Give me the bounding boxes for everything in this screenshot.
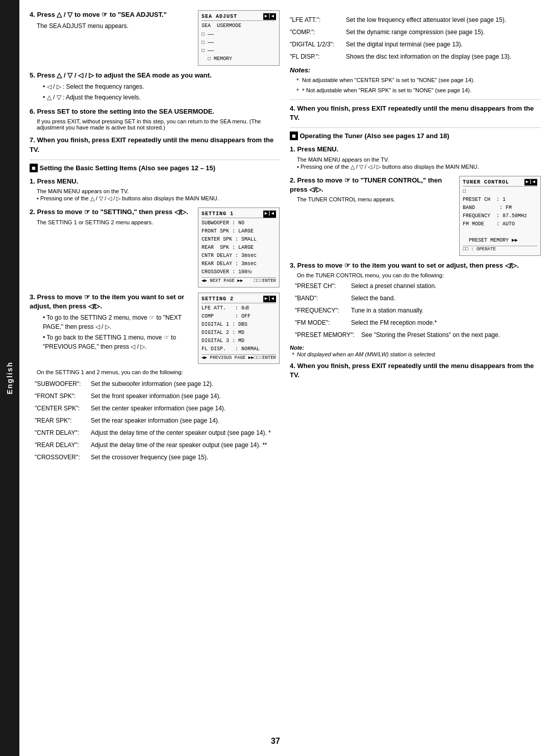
right-column: "LFE ATT.": Set the low frequency effect…: [290, 10, 541, 465]
step4-body: The SEA ADJUST menu appears.: [37, 21, 192, 31]
tuner-item-1: "BAND": Select the band.: [295, 294, 541, 303]
tuner-step1-bullet: Pressing one of the △ / ▽ / ◁ / ▷ button…: [297, 163, 541, 171]
step5-block: 5. Press △ / ▽ / ◁ / ▷ to adjust the SEA…: [30, 71, 280, 102]
setting2-title: SETTING 2: [202, 295, 234, 303]
setting2-content: LFE ATT. : 0㏈ COMP : OFF DIGITAL 1 : DBS…: [202, 304, 276, 353]
tuner-title: Operating the Tuner: [299, 132, 364, 140]
tuner-step2-heading: 2. Press to move ☞ to "TUNER CONTROL," t…: [290, 176, 452, 194]
setting1-footer: ◀▶ NEXT PAGE ▶▶ □□:ENTER: [202, 277, 276, 285]
tuner-val-1: Select the band.: [351, 294, 541, 303]
setting1-logo: ▶|◀: [263, 211, 276, 218]
tuner-screen-logo: ▶|◀: [524, 179, 537, 186]
note-single-label: Note:: [290, 345, 304, 351]
lfe-val-1: Set the dynamic range compression (see p…: [346, 28, 541, 37]
setting-item-2: "CENTER SPK": Set the center speaker inf…: [35, 404, 280, 413]
setting-val-2: Set the center speaker information (see …: [91, 404, 280, 413]
basic-step3-text: 3. Press to move ☞ to the item you want …: [30, 293, 191, 353]
tuner-header: ■ Operating the Tuner (Also see pages 17…: [290, 132, 541, 140]
setting-item-5: "REAR DELAY": Adjust the delay time of t…: [35, 440, 280, 450]
basic-step3-b1: To go to the SETTING 2 menu, move ☞ to "…: [43, 313, 191, 331]
basic-step1-body: The MAIN MENU appears on the TV.: [37, 188, 280, 194]
tuner-screen-footer: □□ : OPERATE: [463, 246, 537, 253]
tuner-key-3: "FM MODE":: [295, 318, 351, 327]
tuner-key-4: "PRESET MEMORY":: [295, 330, 361, 340]
lfe-item-2: "DIGITAL 1/2/3": Set the digital input t…: [290, 40, 541, 49]
basic-step2-rest: ☞ to "SETTING," then press ◁/▷.: [84, 208, 188, 216]
step7-heading: 7. When you finish, press EXIT repeatedl…: [30, 136, 280, 154]
tuner-val-2: Tune in a station manually.: [351, 306, 541, 315]
step6-body: If you press EXIT, without pressing SET …: [37, 118, 280, 131]
step6-heading: 6. Press SET to store the setting into t…: [30, 107, 280, 116]
sea-screen-title: SEA ADJUST: [202, 13, 237, 20]
tuner-step4-heading: 4. When you finish, press EXIT repeatedl…: [290, 361, 541, 380]
note-0: ＊ Not adjustable when "CENTER SPK" is se…: [295, 76, 541, 85]
setting-item-0: "SUBWOOFER": Set the subwoofer informati…: [35, 379, 280, 388]
setting-key-5: "REAR DELAY":: [35, 440, 91, 450]
setting-item-1: "FRONT SPK": Set the front speaker infor…: [35, 392, 280, 401]
tuner-step3-rest: ☞ to the item you want to set or adjust,…: [344, 262, 519, 269]
sidebar: English: [0, 0, 19, 756]
setting1-footer-right: □□:ENTER: [254, 278, 276, 285]
setting-val-1: Set the front speaker information (see p…: [91, 392, 280, 401]
tuner-step2-text: 2. Press to move ☞ to "TUNER CONTROL," t…: [290, 176, 452, 202]
left-column: 4. Press △ / ▽ to move ☞ to "SEA ADJUST.…: [30, 10, 280, 465]
tuner-key-1: "BAND":: [295, 294, 351, 303]
lfe-val-3: Shows the disc text information on the d…: [346, 52, 541, 61]
setting2-screen: SETTING 2 ▶|◀ LFE ATT. : 0㏈ COMP : OFF D…: [198, 293, 280, 364]
tuner-item-4: "PRESET MEMORY": See "Storing the Preset…: [295, 330, 541, 340]
press-to-move-2: Press to move: [297, 176, 342, 184]
step4-text: 4. Press △ / ▽ to move ☞ to "SEA ADJUST.…: [30, 10, 192, 35]
on-setting-text: On the SETTING 1 and 2 menus, you can do…: [37, 369, 280, 375]
setting2-footer: ◀▶ PREVIOUS PAGE ▶▶ □□:ENTER: [202, 354, 276, 362]
sea-screen-content: □ —— □ —— □ —— □ MEMORY: [202, 31, 276, 63]
basic-step1-heading: 1. Press MENU.: [30, 177, 280, 186]
setting2-footer-right: □□:ENTER: [254, 355, 276, 362]
lfe-items-table: "LFE ATT.": Set the low frequency effect…: [290, 15, 541, 61]
tuner-step3-heading: 3. Press to move ☞ to the item you want …: [290, 261, 541, 270]
press-to-move-1: Press to move: [37, 208, 82, 216]
tuner-screen-content: □ PRESET CH : 1 BAND : FM FREQUENCY : 87…: [463, 188, 537, 245]
setting-val-3: Set the rear speaker information (see pa…: [91, 416, 280, 425]
sea-screen-subtitle: SEA USERMODE: [202, 22, 276, 30]
tuner-item-0: "PRESET CH": Select a preset channel sta…: [295, 281, 541, 291]
basic-step2-heading: 2. Press to move ☞ to "SETTING," then pr…: [30, 207, 191, 217]
step5-bullets: ◁ / ▷ : Select the frequency ranges. △ /…: [37, 82, 280, 102]
tuner-section-header: ■ Operating the Tuner (Also see pages 17…: [290, 132, 541, 140]
setting-key-2: "CENTER SPK":: [35, 404, 91, 413]
tuner-bar: ■: [290, 132, 298, 140]
tuner-subtitle: (Also see pages 17 and 18): [364, 132, 449, 140]
setting2-footer-left: ◀▶ PREVIOUS PAGE ▶▶: [202, 355, 254, 362]
step5-bullet-1: ◁ / ▷ : Select the frequency ranges.: [43, 82, 280, 91]
page-number: 37: [271, 737, 280, 746]
step4-heading: 4. Press △ / ▽ to move ☞ to "SEA ADJUST.…: [30, 10, 192, 19]
setting-item-6: "CROSSOVER": Set the crossover frequency…: [35, 453, 280, 462]
lfe-key-1: "COMP.":: [290, 28, 346, 37]
lfe-item-1: "COMP.": Set the dynamic range compressi…: [290, 28, 541, 37]
lfe-val-2: Set the digital input terminal (see page…: [346, 40, 541, 49]
lfe-val-0: Set the low frequency effect attenuator …: [346, 15, 541, 24]
basic-step2-label: 2.: [30, 208, 37, 216]
step6-block: 6. Press SET to store the setting into t…: [30, 107, 280, 131]
lfe-item-3: "FL DISP.": Shows the disc text informat…: [290, 52, 541, 61]
tuner-screen-title: TUNER CONTROL: [463, 178, 509, 186]
tuner-val-0: Select a preset channel station.: [351, 281, 541, 291]
right-step4-heading: 4. When you finish, press EXIT repeatedl…: [290, 104, 541, 122]
press-to-move-1b: Press to move: [37, 293, 82, 301]
note-1: ＊＊Not adjustable when "REAR SPK" is set …: [295, 86, 541, 95]
notes-title: Notes:: [290, 66, 541, 74]
step4-block: 4. Press △ / ▽ to move ☞ to "SEA ADJUST.…: [30, 10, 280, 66]
basic-section-text: Setting the Basic Setting Items: [39, 164, 138, 172]
basic-section-title: ■ Setting the Basic Setting Items (Also …: [30, 164, 280, 172]
setting-key-3: "REAR SPK":: [35, 416, 91, 425]
lfe-item-0: "LFE ATT.": Set the low frequency effect…: [290, 15, 541, 24]
setting-val-0: Set the subwoofer information (see page …: [91, 379, 280, 388]
tuner-step2-block: 2. Press to move ☞ to "TUNER CONTROL," t…: [290, 176, 541, 256]
basic-step1-block: 1. Press MENU. The MAIN MENU appears on …: [30, 177, 280, 203]
tuner-step3-body: On the TUNER CONTROL menu, you can do th…: [297, 272, 541, 278]
setting2-logo: ▶|◀: [263, 296, 276, 303]
tuner-item-2: "FREQUENCY": Tune in a station manually.: [295, 306, 541, 315]
basic-section-subtitle: (Also see pages 12 – 15): [139, 164, 215, 172]
sea-screen-logo: ▶|◀: [263, 13, 276, 20]
basic-section-bar: ■: [30, 164, 38, 172]
basic-section-header: ■ Setting the Basic Setting Items (Also …: [30, 164, 280, 172]
